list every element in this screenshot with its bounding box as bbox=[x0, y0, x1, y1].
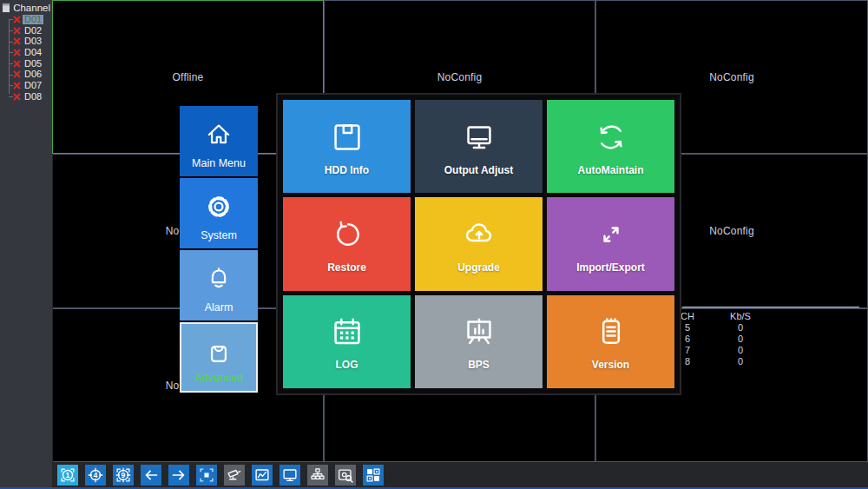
hdd-search-button[interactable] bbox=[335, 465, 356, 486]
bps-row: 8 0 bbox=[670, 356, 868, 367]
video-cell-status: NoConfig bbox=[437, 71, 483, 83]
stop-tour-button[interactable] bbox=[196, 465, 217, 486]
dialog-tile-upgrade[interactable]: Upgrade bbox=[415, 197, 542, 290]
calendar-icon bbox=[327, 312, 367, 352]
bps-row: 6 0 bbox=[670, 334, 868, 345]
bottom-toolbar: 1 4 9 bbox=[52, 462, 868, 487]
channel-item-d03[interactable]: D03 bbox=[0, 36, 52, 47]
offline-x-icon bbox=[13, 93, 21, 101]
view-1-icon: 1 bbox=[58, 466, 77, 485]
offline-x-icon bbox=[13, 49, 21, 56]
dialog-tile-bps[interactable]: BPS bbox=[415, 295, 542, 388]
import-export-arrows-icon bbox=[591, 215, 631, 254]
floppy-disk-icon bbox=[327, 117, 367, 157]
dialog-tile-import-export[interactable]: Import/Export bbox=[547, 197, 674, 290]
stop-frame-icon bbox=[197, 466, 216, 485]
dialog-tile-label: AutoMaintain bbox=[578, 164, 644, 176]
gear-icon bbox=[202, 190, 235, 223]
window-icon bbox=[2, 3, 10, 13]
dialog-tile-label: LOG bbox=[336, 359, 358, 371]
offline-x-icon bbox=[13, 37, 21, 45]
offline-x-icon bbox=[13, 70, 21, 78]
bps-divider bbox=[682, 307, 859, 307]
channel-item-d06[interactable]: D06 bbox=[0, 69, 52, 80]
view-4-icon: 4 bbox=[86, 466, 105, 485]
menu-item-system[interactable]: System bbox=[180, 178, 258, 248]
svg-text:9: 9 bbox=[122, 471, 126, 479]
dialog-tile-restore[interactable]: Restore bbox=[283, 197, 411, 290]
ptz-control-button[interactable] bbox=[224, 465, 245, 486]
next-page-button[interactable] bbox=[168, 465, 189, 486]
bps-col-rate: Kb/S bbox=[705, 311, 776, 322]
menu-item-label: Main Menu bbox=[180, 157, 258, 169]
menu-item-label: Alarm bbox=[180, 301, 258, 314]
monitor-icon bbox=[280, 466, 299, 485]
pixel-grid-button[interactable] bbox=[363, 465, 384, 486]
menu-item-label: Advanced bbox=[181, 372, 256, 384]
menu-item-alarm[interactable]: Alarm bbox=[180, 250, 258, 320]
dialog-tile-hdd-info[interactable]: HDD Info bbox=[283, 100, 411, 193]
arrow-right-icon bbox=[169, 466, 188, 485]
disk-search-icon bbox=[336, 466, 355, 485]
menu-item-main-menu[interactable]: Main Menu bbox=[180, 106, 258, 176]
chart-board-icon bbox=[459, 312, 499, 352]
advanced-dialog: HDD Info Output Adjust AutoMaintain Rest… bbox=[276, 93, 681, 395]
network-button[interactable] bbox=[307, 465, 328, 486]
dialog-tile-version[interactable]: Version bbox=[547, 295, 674, 388]
notepad-icon bbox=[591, 312, 631, 352]
arrow-left-icon bbox=[141, 466, 161, 485]
video-cell-status: Offline bbox=[173, 71, 204, 83]
offline-x-icon bbox=[13, 60, 21, 68]
qr-grid-icon bbox=[364, 466, 383, 485]
dialog-tile-label: Upgrade bbox=[457, 261, 500, 274]
menu-item-label: System bbox=[180, 229, 258, 241]
offline-x-icon bbox=[13, 27, 21, 35]
channel-item-d08[interactable]: D08 bbox=[0, 91, 52, 102]
view-9-icon: 9 bbox=[114, 466, 133, 485]
dialog-tile-label: Version bbox=[592, 359, 629, 371]
offline-x-icon bbox=[13, 16, 21, 23]
offline-x-icon bbox=[13, 82, 21, 89]
bps-row: 5 0 bbox=[670, 322, 868, 334]
cloud-upload-icon bbox=[459, 215, 499, 254]
bell-icon bbox=[202, 262, 235, 295]
view-quad-button[interactable]: 4 bbox=[85, 465, 106, 486]
dialog-tile-label: Restore bbox=[327, 261, 366, 274]
channel-item-d02[interactable]: D02 bbox=[0, 25, 52, 36]
channel-item-d01[interactable]: D01 bbox=[0, 14, 52, 25]
output-adjust-button[interactable] bbox=[279, 465, 300, 486]
dialog-tile-log[interactable]: LOG bbox=[283, 295, 411, 388]
home-icon bbox=[202, 118, 235, 151]
monitor-icon bbox=[459, 117, 499, 157]
channel-item-d05[interactable]: D05 bbox=[0, 58, 52, 69]
channel-item-d04[interactable]: D04 bbox=[0, 47, 52, 58]
restore-icon bbox=[327, 215, 367, 254]
refresh-cycle-icon bbox=[591, 117, 631, 157]
dialog-tile-label: BPS bbox=[468, 359, 490, 371]
color-setting-button[interactable] bbox=[252, 465, 273, 486]
shopping-bag-icon bbox=[202, 336, 235, 369]
network-tree-icon bbox=[308, 466, 327, 485]
view-nine-button[interactable]: 9 bbox=[113, 465, 134, 486]
video-cell-status: NoConfig bbox=[709, 71, 754, 83]
bps-header-row: CH Kb/S bbox=[670, 311, 868, 322]
prev-page-button[interactable] bbox=[141, 465, 161, 486]
cctv-camera-icon bbox=[225, 466, 244, 485]
svg-text:1: 1 bbox=[66, 471, 70, 479]
channel-panel-header: Channel bbox=[0, 0, 52, 14]
dialog-tile-label: Output Adjust bbox=[444, 164, 514, 176]
video-cell-status: NoConfig bbox=[709, 225, 754, 237]
dialog-tile-output-adjust[interactable]: Output Adjust bbox=[415, 100, 542, 193]
bps-row: 7 0 bbox=[670, 345, 868, 356]
menu-item-advanced[interactable]: Advanced bbox=[180, 322, 258, 393]
bps-overlay: CH Kb/S 5 0 6 0 7 0 8 0 bbox=[670, 301, 868, 367]
channel-panel-title: Channel bbox=[13, 3, 50, 13]
dialog-tile-automaintain[interactable]: AutoMaintain bbox=[547, 100, 674, 193]
dialog-tile-label: Import/Export bbox=[576, 261, 645, 274]
channel-panel: Channel D01 D02 D03 D04 D05 D06 D07 D08 bbox=[0, 0, 53, 489]
svg-text:4: 4 bbox=[94, 471, 98, 479]
waveform-chart-icon bbox=[253, 466, 272, 485]
view-single-button[interactable]: 1 bbox=[57, 465, 78, 486]
dialog-tile-label: HDD Info bbox=[325, 164, 369, 176]
channel-item-d07[interactable]: D07 bbox=[0, 80, 52, 91]
